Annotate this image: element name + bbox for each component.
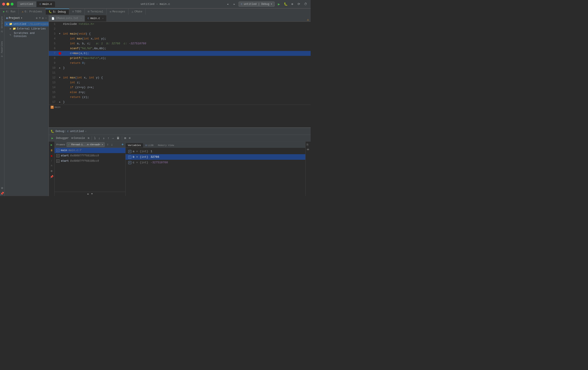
settings-panel-btn[interactable]: ⚙ — [42, 16, 44, 20]
run-to-cursor-btn[interactable]: → — [111, 136, 115, 140]
run-config-selector[interactable]: C untitled | Debug ▾ — [239, 1, 275, 7]
fold-arrow-3[interactable]: ▼ — [59, 31, 60, 36]
step-over-btn[interactable]: ⤵ — [93, 136, 96, 140]
tab-variables[interactable]: Variables — [126, 143, 143, 148]
editor-area: 📄 CMakeLists.txt ✕ C main.c ✕ ⚠ 1 #inclu… — [49, 15, 311, 196]
tab-mainc-close[interactable]: ✕ — [102, 17, 104, 20]
tab-lldb[interactable]: ⊡ LLDB — [143, 143, 156, 148]
force-step-into-btn[interactable]: ⇓ — [102, 136, 106, 140]
tab-todo[interactable]: ≡ TODO — [69, 9, 85, 15]
tab-cmakelists[interactable]: 📄 CMakeLists.txt ✕ — [49, 15, 84, 21]
toolbar-sep2 — [122, 136, 122, 140]
var-item-a[interactable]: ⊡ a = {int} 1 — [126, 149, 305, 154]
pin-side-btn[interactable]: ⚠ — [50, 163, 53, 168]
tree-item-scratches[interactable]: ✎ Scratches and Consoles — [4, 31, 49, 39]
maximize-button[interactable] — [11, 3, 13, 6]
debugger-tab[interactable]: Debugger — [55, 136, 70, 140]
scroll-down-btn[interactable]: ▼ — [91, 192, 94, 196]
line-content-1: #include <stdio.h> — [62, 22, 311, 27]
tab-run[interactable]: ▶ 4: Run — [0, 9, 19, 15]
fold-arrow-10[interactable]: ▲ — [59, 66, 60, 70]
frames-down-btn[interactable]: ↓ — [110, 142, 114, 147]
thread-selector[interactable]: ✓ Thread-1...n-thread> ▾ — [67, 142, 105, 147]
code-area[interactable]: 1 #include <stdio.h> 2 3 ▼ int main(void… — [49, 22, 311, 127]
back-btn[interactable]: ◂ — [225, 2, 230, 7]
frames-title: Frames — [56, 143, 65, 146]
resume-btn[interactable]: ▶ — [51, 136, 54, 140]
forward-btn[interactable]: ▸ — [232, 2, 237, 7]
tab-cmakelists-close[interactable]: ✕ — [81, 17, 82, 20]
resume-side-btn[interactable]: ▶ — [50, 142, 53, 147]
copy-vars-btn[interactable]: ⎘ — [306, 142, 310, 147]
tab-mainc[interactable]: C main.c ✕ — [85, 15, 106, 21]
tab-terminal-label: Terminal — [91, 10, 103, 13]
project-dropdown-arrow[interactable]: ▾ — [21, 16, 22, 20]
settings-strip-btn[interactable]: ⚙ — [0, 185, 4, 190]
stop-side-btn[interactable]: ■ — [50, 154, 53, 158]
todo-icon: ≡ — [72, 10, 74, 13]
tab-terminal[interactable]: ⊟ Terminal — [85, 9, 107, 15]
run-button[interactable]: ▶ — [276, 2, 281, 7]
frames-add-btn[interactable]: + — [121, 143, 124, 147]
structure-btn[interactable]: Z: Structure — [0, 16, 4, 33]
minimize-button[interactable] — [6, 3, 9, 6]
tree-item-external-libs[interactable]: ▶ 📁 External Libraries — [4, 26, 49, 31]
var-expand-a[interactable]: ⊡ — [128, 150, 131, 153]
coverage-button[interactable]: ⊕ — [290, 2, 295, 7]
pause-side-btn[interactable]: ⏸ — [50, 148, 54, 153]
var-expand-c[interactable]: ⊡ — [128, 161, 131, 164]
group-btn[interactable]: ≡ — [39, 16, 41, 20]
more-button[interactable]: ⏱ — [303, 2, 308, 7]
var-value-b: 32766 — [150, 155, 159, 159]
fold-arrow-12[interactable]: ▼ — [59, 75, 60, 80]
var-item-b[interactable]: ⊡ b = {int} 32766 — [126, 154, 305, 160]
tab-cmake[interactable]: △ CMake — [128, 9, 146, 15]
profile-button[interactable]: ⟳ — [296, 2, 301, 7]
cmake-tab-icon: 📄 — [52, 17, 55, 20]
frame-item-1[interactable]: ⊡ start 0x00007fff68108cc9 — [55, 153, 125, 158]
frame-name-2: start — [61, 160, 69, 163]
debug-toolbar: ▶ Debugger ⊟ Console ≡ ⤵ ↓ ⇓ ↑ → 🖩 ⊞ ≡ — [49, 135, 311, 141]
lldb-icon: ⊡ — [145, 144, 147, 147]
console-tab[interactable]: ⊟ Console — [71, 136, 86, 140]
frame-item-0[interactable]: ⊡ main main.c:7 — [55, 148, 125, 153]
frames-view-btn[interactable]: ⊞ — [123, 136, 127, 140]
favorites-side-btn[interactable]: 📌 — [49, 174, 54, 179]
step-out-btn[interactable]: ↑ — [106, 136, 110, 140]
scroll-up-btn[interactable]: ▲ — [86, 192, 89, 196]
window-tab-mainc[interactable]: C main.c — [37, 1, 55, 7]
tab-problems[interactable]: ⚠ 6: Problems — [19, 9, 45, 15]
line-content-9: return 0; — [62, 61, 311, 66]
close-button[interactable] — [2, 3, 5, 6]
tab-memory-view[interactable]: Memory View — [156, 143, 176, 148]
tree-item-untitled[interactable]: ▶ 📁 untitled ~/CLionProjects/untitled — [4, 22, 49, 26]
var-name-a: a — [133, 150, 135, 153]
code-line-10: 10 ▲ } — [49, 66, 311, 70]
debug-panel: 🐛 Debug: C untitled ✕ ▶ Debugger ⊟ Conso… — [49, 127, 311, 196]
tab-messages[interactable]: ✉ Messages — [106, 9, 128, 15]
frames-up-btn[interactable]: ↑ — [106, 142, 110, 147]
evaluate-btn[interactable]: 🖩 — [116, 136, 120, 140]
tree-arrow-untitled: ▶ — [6, 22, 8, 26]
gear-side-btn[interactable]: ⚙ — [50, 169, 53, 173]
minimize-panel-btn[interactable]: — — [45, 16, 47, 20]
frame-item-2[interactable]: ⊡ start 0x00007fff68108cc9 — [55, 158, 125, 164]
var-expand-b[interactable]: ⊡ — [128, 156, 131, 159]
step-into-btn[interactable]: ↓ — [97, 136, 101, 140]
tab-debug[interactable]: 🐛 5: Debug — [45, 9, 69, 15]
scope-btn[interactable]: ⊕ — [36, 16, 38, 20]
debug-run-button[interactable]: 🐛 — [283, 2, 288, 7]
watch-btn[interactable]: 👁 — [306, 148, 310, 152]
breakpoint-7[interactable] — [59, 52, 61, 55]
favorites-btn[interactable]: 2: Favorites — [0, 40, 4, 58]
layout-btn[interactable]: ≡ — [87, 136, 90, 140]
var-value-c: -327510760 — [150, 161, 168, 164]
pin-strip-btn[interactable]: 📌 — [0, 191, 5, 196]
var-item-c[interactable]: ⊡ c = {int} -327510760 — [126, 160, 305, 165]
fold-arrow-17[interactable]: ▲ — [59, 100, 60, 105]
window-tab-untitled[interactable]: untitled — [17, 1, 36, 7]
memory-view-btn[interactable]: ≡ — [128, 136, 131, 140]
code-line-14: 14 if (z>=y) z=x; — [49, 85, 311, 90]
debug-tab-close[interactable]: ✕ — [85, 130, 86, 133]
line-content-5: int a, b, c; a: 1 b: 32766 c: -327510760 — [62, 41, 311, 46]
